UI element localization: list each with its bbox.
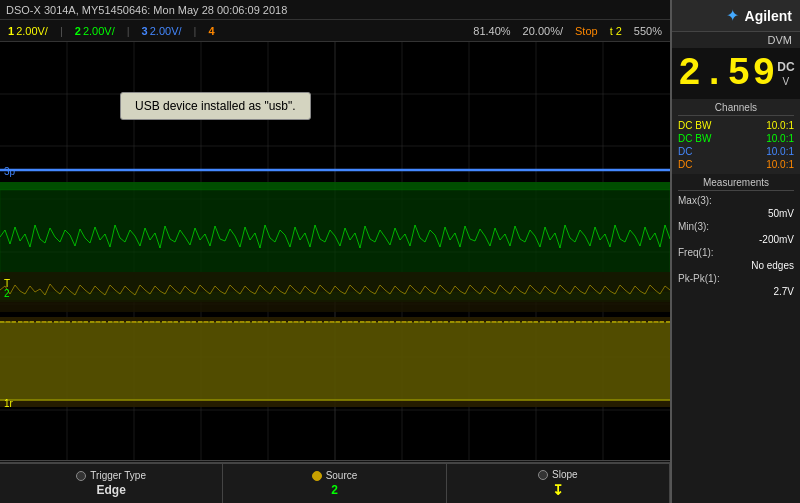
trigger-type-value: Edge: [96, 483, 125, 497]
source-value: 2: [331, 483, 338, 497]
meas-freq-value: No edges: [678, 259, 794, 272]
channel-scale-bar: 1 2.00V/ | 2 2.00V/ | 3 2.00V/ | 4 81.40…: [0, 20, 670, 42]
meas-max-label: Max(3):: [678, 195, 712, 206]
ch2-scale: 2 2.00V/: [67, 25, 123, 37]
dvm-dc-label: DC: [777, 60, 794, 74]
meas-min-value: -200mV: [678, 233, 794, 246]
meas-pkpk-row: Pk-Pk(1):: [678, 272, 794, 285]
slope-indicator: [538, 470, 548, 480]
dvm-unit-label: V: [783, 76, 790, 87]
voltage-display: 550%: [634, 25, 662, 37]
time-div-display: 20.00%/: [523, 25, 563, 37]
dvm-display: 2.59 DC V: [672, 48, 800, 99]
usb-notification-popup: USB device installed as "usb".: [120, 92, 311, 120]
bottom-button-bar: Trigger Type Edge Source 2 Slope ↧: [0, 462, 670, 503]
channels-section: Channels DC BW 10.0:1 DC BW 10.0:1 DC 10…: [672, 99, 800, 174]
dvm-value: 2.59: [678, 52, 777, 95]
scope-grid: 3p T 2 1r: [0, 42, 670, 462]
meas-freq-row: Freq(1):: [678, 246, 794, 259]
trigger-mode-display: Stop: [575, 25, 598, 37]
ch3-scale: 3 2.00V/: [134, 25, 190, 37]
trigger-type-label: Trigger Type: [90, 470, 146, 481]
trigger-type-button[interactable]: Trigger Type Edge: [0, 464, 223, 503]
source-indicator: [312, 471, 322, 481]
agilent-brand-label: Agilent: [745, 8, 792, 24]
channel-row-1: DC BW 10.0:1: [678, 119, 794, 132]
svg-text:1r: 1r: [4, 398, 14, 409]
measurements-section-title: Measurements: [678, 177, 794, 191]
source-button[interactable]: Source 2: [223, 464, 446, 503]
measurements-section: Measurements Max(3): 50mV Min(3): -200mV…: [672, 174, 800, 503]
dvm-section-label: DVM: [672, 32, 800, 48]
meas-max-row: Max(3):: [678, 194, 794, 207]
svg-text:2: 2: [4, 288, 10, 299]
agilent-header: ✦ Agilent: [672, 0, 800, 32]
meas-max-value: 50mV: [678, 207, 794, 220]
usb-message-text: USB device installed as "usb".: [135, 99, 296, 113]
svg-rect-21: [0, 182, 670, 190]
slope-button[interactable]: Slope ↧: [447, 464, 670, 503]
channel-row-3: DC 10.0:1: [678, 145, 794, 158]
svg-text:3p: 3p: [4, 166, 16, 177]
meas-min-label: Min(3):: [678, 221, 709, 232]
meas-pkpk-label: Pk-Pk(1):: [678, 273, 720, 284]
position-display: 81.40%: [473, 25, 510, 37]
slope-label: Slope: [552, 469, 578, 480]
meas-freq-label: Freq(1):: [678, 247, 714, 258]
ch1-scale: 1 2.00V/: [0, 25, 56, 37]
channel-row-2: DC BW 10.0:1: [678, 132, 794, 145]
agilent-star-icon: ✦: [726, 6, 739, 25]
trigger-indicator: t 2: [610, 25, 622, 37]
right-panel: ✦ Agilent DVM 2.59 DC V Channels DC BW 1…: [670, 0, 800, 503]
slope-value: ↧: [552, 482, 564, 498]
trigger-type-indicator: [76, 471, 86, 481]
channel-row-4: DC 10.0:1: [678, 158, 794, 171]
ch4-scale: 4: [200, 25, 222, 37]
meas-min-row: Min(3):: [678, 220, 794, 233]
svg-rect-28: [0, 322, 670, 400]
timebase-info: 81.40% 20.00%/ Stop t 2 550%: [473, 25, 670, 37]
dvm-dc-badge: DC V: [777, 60, 794, 87]
scope-display: 3p T 2 1r USB device installed as "usb".: [0, 42, 670, 462]
source-label: Source: [326, 470, 358, 481]
top-info-bar: DSO-X 3014A, MY51450646: Mon May 28 00:0…: [0, 0, 670, 20]
meas-pkpk-value: 2.7V: [678, 285, 794, 298]
device-info-text: DSO-X 3014A, MY51450646: Mon May 28 00:0…: [6, 4, 287, 16]
channels-section-title: Channels: [678, 102, 794, 116]
